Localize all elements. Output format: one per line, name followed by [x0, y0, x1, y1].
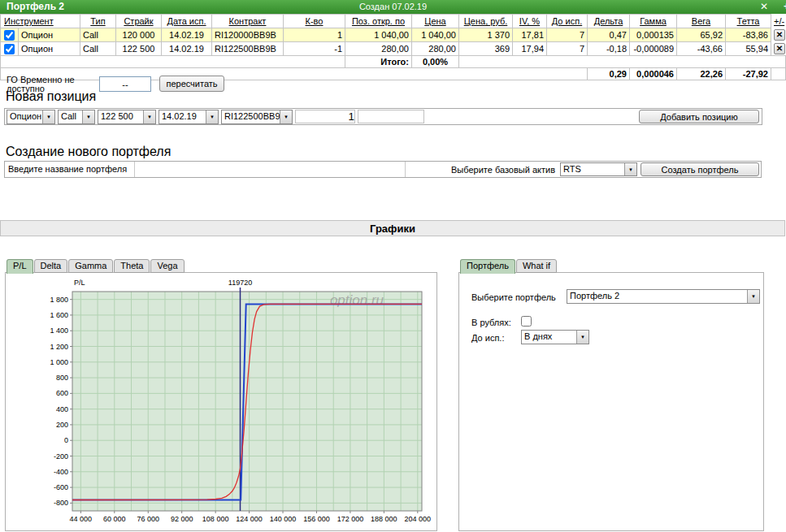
col-header-price[interactable]: Цена	[412, 15, 459, 28]
cell-price: 280,00	[412, 42, 459, 56]
strike-select-value: 122 500	[98, 110, 143, 123]
svg-text:44 000: 44 000	[70, 515, 93, 523]
svg-text:1 800: 1 800	[50, 296, 68, 304]
cell-delta: 0,47	[588, 28, 630, 42]
col-header-gamma[interactable]: Гамма	[630, 15, 677, 28]
tab-portfolio[interactable]: Портфель	[460, 259, 515, 274]
cell-qty: -1	[284, 42, 345, 56]
col-header-days[interactable]: До исп.	[547, 15, 588, 28]
totals-delta: 0,29	[588, 68, 630, 80]
tab-vega[interactable]: Vega	[150, 259, 184, 273]
table-header-row: Инструмент Тип Страйк Дата исп. Контракт…	[1, 15, 786, 28]
type-select[interactable]: Call ▼	[58, 110, 95, 124]
current-price-label: 119720	[228, 279, 252, 287]
svg-text:1 200: 1 200	[50, 343, 68, 351]
charts-section-title: Графики	[0, 220, 785, 236]
window-titlebar: Портфель 2 Создан 07.02.19 ✕ +	[0, 0, 786, 14]
totals-gamma: 0,000046	[630, 68, 677, 80]
close-icon[interactable]: ✕	[760, 1, 768, 12]
cell-strike: 122 500	[116, 42, 162, 56]
chevron-down-icon[interactable]: ▼	[747, 290, 759, 303]
cell-type: Call	[80, 28, 116, 42]
cell-price: 1 040,00	[412, 28, 459, 42]
chevron-down-icon[interactable]: ▼	[143, 110, 155, 123]
portfolio-name-label: Введите название портфеля	[5, 162, 135, 177]
strike-select[interactable]: 122 500 ▼	[98, 110, 156, 124]
col-header-contract[interactable]: Контракт	[212, 15, 284, 28]
col-header-theta[interactable]: Тетта	[726, 15, 771, 28]
expdate-select[interactable]: 14.02.19 ▼	[159, 110, 219, 124]
col-header-instrument[interactable]: Инструмент	[1, 15, 80, 28]
instrument-select[interactable]: Опцион ▼	[7, 110, 55, 124]
row1-select-checkbox[interactable]	[4, 30, 15, 41]
svg-text:600: 600	[56, 389, 68, 397]
portfolio-select[interactable]: Портфель 2 ▼	[567, 289, 760, 304]
cell-type: Call	[80, 42, 116, 56]
base-asset-select-value: RTS	[561, 163, 624, 175]
go-value-field[interactable]	[99, 76, 151, 92]
chevron-down-icon[interactable]: ▼	[576, 331, 588, 344]
svg-text:400: 400	[56, 405, 68, 413]
col-header-plusminus: +/-	[771, 15, 786, 28]
tab-delta[interactable]: Delta	[34, 259, 68, 273]
y-axis-label: P/L	[74, 279, 85, 287]
rubles-checkbox[interactable]	[521, 316, 532, 327]
chevron-down-icon[interactable]: ▼	[280, 110, 292, 123]
svg-text:76 000: 76 000	[137, 515, 159, 523]
delete-position-button[interactable]: ✕	[774, 29, 785, 41]
totals-row: Итого: 0,00%	[1, 56, 786, 68]
col-header-pricerub[interactable]: Цена, руб.	[459, 15, 513, 28]
cell-days: 7	[547, 28, 588, 42]
cell-contract: RI120000BB9B	[212, 28, 284, 42]
col-header-iv[interactable]: IV, %	[513, 15, 547, 28]
newpos-extra-input[interactable]	[358, 110, 424, 123]
create-portfolio-heading: Создание нового портфеля	[6, 145, 171, 159]
watermark: option.ru	[330, 292, 384, 308]
col-header-vega[interactable]: Вега	[677, 15, 726, 28]
days-label: До исп.:	[471, 333, 504, 343]
portfolio-app: Портфель 2 Создан 07.02.19 ✕ + Инструмен…	[0, 0, 786, 532]
portfolio-settings-panel: Выберите портфель Портфель 2 ▼ В рублях:…	[458, 272, 764, 531]
col-header-type[interactable]: Тип	[80, 15, 116, 28]
base-asset-select[interactable]: RTS ▼	[560, 162, 637, 176]
position-row-1: Опцион Call 120 000 14.02.19 RI120000BB9…	[1, 28, 786, 42]
add-position-button[interactable]: Добавить позицию	[639, 110, 759, 123]
tab-gamma[interactable]: Gamma	[68, 259, 113, 273]
expdate-select-value: 14.02.19	[159, 110, 206, 123]
tab-whatif[interactable]: What if	[516, 259, 557, 273]
contract-select[interactable]: RI122500BB9B ▼	[221, 110, 293, 124]
days-select[interactable]: В днях ▼	[521, 330, 589, 344]
cell-instrument: Опцион	[19, 28, 80, 42]
chevron-down-icon[interactable]: ▼	[82, 110, 94, 123]
svg-text:200: 200	[56, 421, 68, 429]
col-header-openpos[interactable]: Поз. откр. по	[345, 15, 412, 28]
cell-expdate: 14.02.19	[162, 28, 212, 42]
svg-text:140 000: 140 000	[270, 515, 297, 523]
delete-position-button[interactable]: ✕	[774, 43, 785, 54]
svg-text:92 000: 92 000	[171, 515, 193, 523]
portfolio-name-input[interactable]	[135, 162, 406, 177]
create-portfolio-button[interactable]: Создать портфель	[641, 162, 759, 176]
col-header-qty[interactable]: К-во	[284, 15, 345, 28]
create-portfolio-row: Введите название портфеля Выберите базов…	[4, 161, 762, 178]
col-header-strike[interactable]: Страйк	[116, 15, 162, 28]
days-select-value: В днях	[522, 331, 576, 344]
new-position-row: Опцион ▼ Call ▼ 122 500 ▼ 14.02.19 ▼ RI1…	[4, 108, 762, 125]
chevron-down-icon[interactable]: ▼	[42, 110, 54, 123]
tab-pl[interactable]: P/L	[7, 259, 33, 274]
cell-expdate: 14.02.19	[162, 42, 212, 56]
col-header-expdate[interactable]: Дата исп.	[162, 15, 212, 28]
cell-strike: 120 000	[116, 28, 162, 42]
type-select-value: Call	[59, 110, 82, 123]
portfolio-title: Портфель 2	[7, 1, 64, 12]
row2-select-checkbox[interactable]	[4, 44, 15, 54]
recalculate-button[interactable]: пересчитать	[159, 76, 224, 92]
chevron-down-icon[interactable]: ▼	[624, 163, 636, 175]
svg-text:1 000: 1 000	[50, 358, 68, 366]
col-header-delta[interactable]: Дельта	[588, 15, 630, 28]
portfolio-tabs: Портфель What if	[460, 259, 557, 273]
tab-theta[interactable]: Theta	[114, 259, 150, 273]
totals-label: Итого:	[345, 56, 412, 68]
quantity-input[interactable]	[295, 110, 355, 123]
chevron-down-icon[interactable]: ▼	[206, 110, 218, 123]
